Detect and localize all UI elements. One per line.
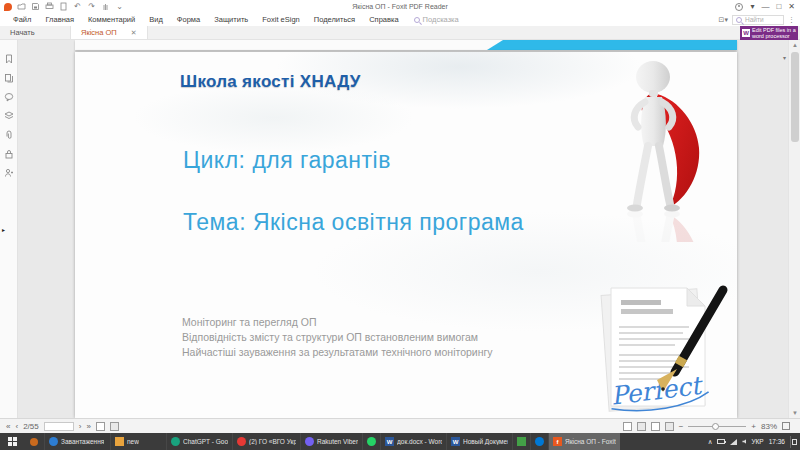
print-icon[interactable]	[45, 2, 54, 11]
document-area[interactable]: Школа якості ХНАДУ Цикл: для гарантів Те…	[19, 40, 788, 418]
hand-tool-icon[interactable]	[101, 2, 110, 11]
taskbar-app-label: Завантаження	[61, 438, 104, 445]
zoom-in-button[interactable]: +	[751, 422, 756, 431]
main-area: ▸ Школа якості ХНАДУ Цикл: для гарантів …	[0, 40, 800, 418]
menu-form[interactable]: Форма	[170, 13, 207, 26]
zoom-slider[interactable]	[688, 426, 746, 427]
search-icon	[414, 17, 420, 23]
last-page-button[interactable]: »	[86, 422, 90, 431]
taskbar-app-label: док.docx - Word (Сб...	[397, 438, 442, 445]
menu-view[interactable]: Вид	[142, 13, 170, 26]
promo-collapse-icon[interactable]: ▾	[783, 54, 786, 61]
single-page-view-icon[interactable]	[96, 422, 105, 431]
layers-panel-icon[interactable]	[4, 111, 14, 121]
language-indicator[interactable]: УКР	[751, 438, 763, 445]
hidden-icons-chevron[interactable]: ∧	[708, 438, 713, 446]
taskbar-app-viber[interactable]: Rakuten Viber	[300, 433, 362, 450]
zoom-out-button[interactable]: −	[679, 422, 684, 431]
slide-bullet-3: Найчастіші зауваження за результатами те…	[182, 345, 493, 360]
redo-icon[interactable]: ↷	[87, 2, 96, 11]
account-avatar-icon[interactable]	[735, 3, 743, 11]
notification-icon	[792, 439, 797, 445]
quick-access-toolbar: ↶ ↷ ⌄	[0, 2, 124, 11]
notification-center-button[interactable]	[790, 436, 797, 448]
scrollbar-thumb[interactable]	[791, 52, 799, 142]
page-number-input[interactable]	[44, 422, 74, 431]
telegram-chat-icon	[237, 437, 246, 446]
chatgpt-icon	[171, 437, 180, 446]
clock[interactable]: 17:36	[769, 438, 785, 445]
actual-size-icon[interactable]	[651, 422, 660, 431]
tell-me-search[interactable]: Подсказка	[414, 15, 459, 24]
pages-panel-icon[interactable]	[4, 73, 14, 83]
continuous-view-icon[interactable]	[110, 422, 119, 431]
scroll-up-icon[interactable]: ▲	[789, 42, 800, 48]
find-search-icon	[736, 17, 742, 23]
start-button[interactable]	[0, 433, 24, 450]
open-file-icon[interactable]	[17, 2, 26, 11]
undo-icon[interactable]: ↶	[73, 2, 82, 11]
taskbar-app-telegram[interactable]: (2) ГО «ВГО Украина...	[232, 433, 300, 450]
menu-protect[interactable]: Защитить	[207, 13, 255, 26]
signature-panel-icon[interactable]	[4, 168, 14, 178]
taskbar-browser-icon[interactable]	[24, 433, 44, 450]
menu-share[interactable]: Поделиться	[307, 13, 362, 26]
edit-pdf-promo-button[interactable]: W Edit PDF files in a word processor	[740, 26, 798, 40]
slide-page-2: Школа якості ХНАДУ Цикл: для гарантів Те…	[75, 52, 737, 418]
downloads-app-icon	[49, 437, 58, 446]
battery-icon[interactable]	[717, 439, 725, 444]
save-icon[interactable]	[31, 2, 40, 11]
network-icon[interactable]	[730, 439, 737, 445]
taskbar-app-word-2[interactable]: W Новый Документ M...	[446, 433, 512, 450]
taskbar-app-green[interactable]	[512, 433, 530, 450]
volume-icon[interactable]	[742, 439, 746, 444]
fit-page-icon[interactable]	[623, 422, 632, 431]
find-input[interactable]: Найти	[732, 15, 784, 25]
tab-start-label: Начать	[10, 28, 35, 37]
next-page-button[interactable]: ›	[79, 422, 82, 431]
foxit-logo-icon[interactable]	[4, 3, 12, 11]
menu-file[interactable]: Файл	[6, 13, 38, 26]
account-dropdown-icon[interactable]: ▾	[750, 0, 754, 13]
vertical-scrollbar[interactable]: ▲ ▼ ▾	[788, 40, 800, 418]
taskbar-app-label: (2) ГО «ВГО Украина...	[249, 438, 296, 445]
scroll-down-icon[interactable]: ▼	[789, 410, 800, 416]
tab-start[interactable]: Начать	[0, 26, 70, 39]
security-panel-icon[interactable]	[4, 149, 14, 159]
menu-help[interactable]: Справка	[362, 13, 405, 26]
minimize-button[interactable]: —	[761, 0, 769, 13]
panel-expander-icon[interactable]: ▸	[2, 226, 5, 233]
reflow-icon[interactable]	[665, 422, 674, 431]
menu-esign[interactable]: Foxit eSign	[255, 13, 307, 26]
prev-page-button[interactable]: ‹	[15, 422, 18, 431]
taskbar-app-whatsapp[interactable]	[362, 433, 380, 450]
more-options-icon[interactable]: ⋮	[788, 16, 795, 24]
customize-toolbar-icon[interactable]: ⌄	[115, 2, 124, 11]
maximize-button[interactable]: □	[776, 0, 781, 13]
close-button[interactable]: ✕	[788, 0, 795, 13]
taskbar-app-downloads[interactable]: Завантаження	[44, 433, 110, 450]
fit-width-icon[interactable]	[637, 422, 646, 431]
zoom-controls: − + 83%	[623, 422, 800, 431]
slide-cycle-line: Цикл: для гарантів	[183, 147, 391, 174]
taskbar-app-word-1[interactable]: W док.docx - Word (Сб...	[380, 433, 446, 450]
window-controls: ▾ — □ ✕	[735, 0, 800, 13]
attachments-panel-icon[interactable]	[4, 130, 14, 140]
menu-comment[interactable]: Комментарий	[81, 13, 142, 26]
bookmarks-panel-icon[interactable]	[4, 54, 14, 64]
taskbar-app-folder-new[interactable]: new	[110, 433, 166, 450]
menu-home[interactable]: Главная	[38, 13, 81, 26]
taskbar-app-chatgpt[interactable]: ChatGPT - Google C...	[166, 433, 232, 450]
tab-close-icon[interactable]: ✕	[131, 29, 137, 37]
fullscreen-icon[interactable]	[782, 422, 790, 430]
taskbar-app-foxit-active[interactable]: f Якісна ОП - Foxit PD...	[548, 433, 620, 450]
slide-topic-line: Тема: Якісна освітня програма	[183, 209, 524, 236]
zoom-slider-thumb[interactable]	[712, 423, 719, 430]
comments-panel-icon[interactable]	[4, 92, 14, 102]
first-page-button[interactable]: «	[6, 422, 10, 431]
page-setup-icon[interactable]	[59, 2, 68, 11]
page-view-icon[interactable]: ⊡▾	[719, 16, 728, 24]
tab-document-active[interactable]: Якісна ОП ✕	[70, 26, 148, 39]
page-indicator: 2/55	[23, 422, 39, 431]
taskbar-app-blue[interactable]	[530, 433, 548, 450]
